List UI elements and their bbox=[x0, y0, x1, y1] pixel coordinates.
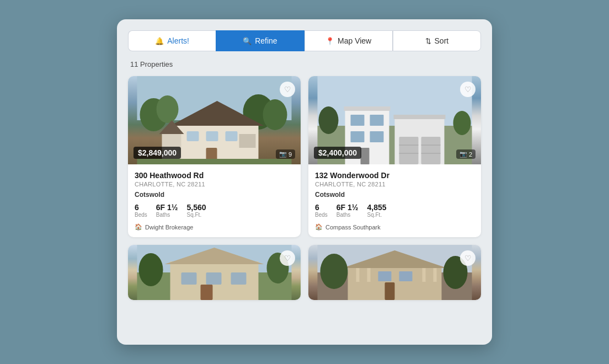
svg-point-33 bbox=[453, 111, 471, 135]
beds-label-2: Beds bbox=[315, 212, 328, 218]
broker-name-1: Dwight Brokerage bbox=[145, 224, 193, 231]
search-icon: 🔍 bbox=[243, 37, 252, 45]
svg-rect-38 bbox=[181, 272, 197, 285]
alerts-label: Alerts! bbox=[167, 36, 189, 45]
svg-rect-28 bbox=[370, 115, 384, 126]
photo-count-1: 📷 9 bbox=[276, 149, 295, 159]
sqft-value-1: 5,560 bbox=[187, 203, 206, 212]
svg-rect-53 bbox=[399, 271, 413, 281]
broker-icon-2: 🏠 bbox=[315, 223, 323, 231]
listing-image-wrap-2: ♡ $2,400,000 📷 2 bbox=[308, 76, 481, 164]
svg-rect-51 bbox=[434, 268, 437, 282]
refine-button[interactable]: 🔍 Refine bbox=[216, 30, 304, 51]
listing-city-1: CHARLOTTE, NC 28211 bbox=[135, 181, 294, 188]
listing-card-4[interactable]: ♡ bbox=[308, 245, 481, 300]
bell-icon: 🔔 bbox=[155, 37, 164, 45]
map-view-button[interactable]: 📍 Map View bbox=[304, 30, 393, 51]
svg-rect-31 bbox=[361, 148, 370, 164]
alerts-button[interactable]: 🔔 Alerts! bbox=[128, 30, 216, 51]
svg-rect-54 bbox=[385, 282, 395, 300]
favorite-button-3[interactable]: ♡ bbox=[280, 250, 295, 266]
svg-rect-9 bbox=[187, 131, 199, 141]
favorite-button-1[interactable]: ♡ bbox=[280, 82, 295, 97]
favorite-button-2[interactable]: ♡ bbox=[460, 82, 476, 97]
listing-image-4 bbox=[308, 245, 481, 300]
beds-label-1: Beds bbox=[135, 212, 147, 218]
sqft-value-2: 4,855 bbox=[367, 203, 387, 212]
sqft-stat-1: 5,560 Sq.Ft. bbox=[187, 203, 206, 218]
map-view-label: Map View bbox=[338, 36, 371, 45]
refine-label: Refine bbox=[255, 36, 277, 45]
svg-rect-29 bbox=[351, 131, 365, 142]
listing-image-3 bbox=[128, 245, 301, 300]
beds-value-2: 6 bbox=[315, 203, 328, 212]
baths-stat-2: 6F 1½ Baths bbox=[336, 203, 359, 218]
app-container: 🔔 Alerts! 🔍 Refine 📍 Map View ⇅ Sort 11 … bbox=[117, 19, 492, 345]
listing-neighborhood-1: Cotswold bbox=[135, 191, 294, 199]
map-pin-icon: 📍 bbox=[325, 37, 334, 45]
svg-point-55 bbox=[320, 254, 348, 289]
photo-count-2: 📷 2 bbox=[456, 149, 476, 159]
svg-rect-39 bbox=[206, 272, 222, 285]
sqft-label-2: Sq.Ft. bbox=[367, 212, 387, 218]
beds-value-1: 6 bbox=[135, 203, 147, 212]
svg-rect-19 bbox=[344, 106, 391, 111]
camera-icon-2: 📷 bbox=[460, 151, 467, 158]
svg-rect-21 bbox=[399, 137, 419, 164]
svg-point-2 bbox=[157, 95, 179, 123]
listing-card-2[interactable]: ♡ $2,400,000 📷 2 132 Wonderwood Dr CHARL… bbox=[308, 76, 481, 237]
baths-value-2: 6F 1½ bbox=[336, 203, 359, 212]
svg-point-4 bbox=[263, 99, 287, 130]
svg-rect-41 bbox=[201, 285, 213, 300]
listing-address-2: 132 Wonderwood Dr bbox=[315, 171, 474, 180]
listing-address-1: 300 Heathwood Rd bbox=[135, 171, 294, 180]
svg-rect-10 bbox=[206, 131, 218, 141]
listing-neighborhood-2: Cotswold bbox=[315, 191, 474, 199]
camera-icon-1: 📷 bbox=[279, 151, 287, 158]
svg-rect-48 bbox=[356, 268, 360, 282]
baths-label-2: Baths bbox=[336, 212, 359, 218]
listing-broker-2: 🏠 Compass Southpark bbox=[315, 223, 474, 231]
svg-rect-20 bbox=[394, 115, 446, 119]
listing-image-wrap-4: ♡ bbox=[308, 245, 481, 300]
beds-stat-1: 6 Beds bbox=[135, 203, 147, 218]
listing-image-wrap-3: ♡ bbox=[128, 245, 301, 300]
price-badge-2: $2,400,000 bbox=[314, 147, 361, 159]
svg-rect-50 bbox=[423, 268, 426, 282]
properties-count: 11 Properties bbox=[128, 60, 481, 68]
svg-rect-30 bbox=[370, 131, 384, 142]
listing-info-1: 300 Heathwood Rd CHARLOTTE, NC 28211 Cot… bbox=[128, 164, 301, 237]
svg-rect-14 bbox=[137, 159, 292, 164]
baths-value-1: 6F 1½ bbox=[156, 203, 178, 212]
beds-stat-2: 6 Beds bbox=[315, 203, 328, 218]
listing-city-2: CHARLOTTE, NC 28211 bbox=[315, 181, 474, 188]
broker-name-2: Compass Southpark bbox=[325, 224, 381, 231]
listing-card-3[interactable]: ♡ bbox=[128, 245, 301, 300]
svg-rect-27 bbox=[351, 115, 365, 126]
listing-info-2: 132 Wonderwood Dr CHARLOTTE, NC 28211 Co… bbox=[308, 164, 481, 237]
svg-rect-13 bbox=[239, 134, 256, 148]
baths-stat-1: 6F 1½ Baths bbox=[156, 203, 178, 218]
favorite-button-4[interactable]: ♡ bbox=[460, 250, 476, 266]
listing-stats-2: 6 Beds 6F 1½ Baths 4,855 Sq.Ft. bbox=[315, 203, 474, 218]
listings-grid: ♡ $2,849,000 📷 9 300 Heathwood Rd CHARLO… bbox=[128, 76, 481, 300]
price-badge-1: $2,849,000 bbox=[133, 147, 181, 159]
svg-rect-22 bbox=[421, 137, 441, 164]
sort-icon: ⇅ bbox=[425, 37, 431, 45]
svg-point-32 bbox=[319, 106, 339, 134]
svg-rect-11 bbox=[226, 131, 238, 141]
sqft-stat-2: 4,855 Sq.Ft. bbox=[367, 203, 387, 218]
sort-label: Sort bbox=[435, 36, 449, 45]
baths-label-1: Baths bbox=[156, 212, 178, 218]
svg-rect-49 bbox=[367, 268, 371, 282]
svg-rect-40 bbox=[231, 272, 247, 285]
sqft-label-1: Sq.Ft. bbox=[187, 212, 206, 218]
svg-rect-52 bbox=[378, 271, 392, 281]
broker-icon-1: 🏠 bbox=[135, 223, 142, 231]
sort-button[interactable]: ⇅ Sort bbox=[393, 30, 481, 51]
toolbar: 🔔 Alerts! 🔍 Refine 📍 Map View ⇅ Sort bbox=[128, 30, 481, 51]
listing-card-1[interactable]: ♡ $2,849,000 📷 9 300 Heathwood Rd CHARLO… bbox=[128, 76, 301, 237]
listing-broker-1: 🏠 Dwight Brokerage bbox=[135, 223, 294, 231]
listing-image-wrap-1: ♡ $2,849,000 📷 9 bbox=[128, 76, 301, 164]
svg-point-42 bbox=[139, 253, 163, 286]
